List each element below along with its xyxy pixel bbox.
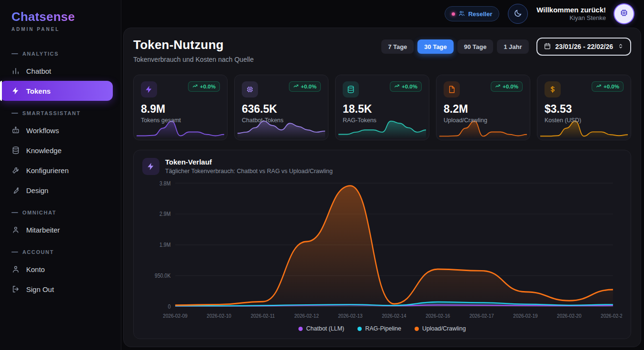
trend-value: +0.0% [503, 84, 518, 89]
svg-text:2026-02-17: 2026-02-17 [469, 312, 494, 319]
sidebar-item-label: Knowledge [26, 146, 61, 155]
date-range-value: 23/01/26 - 22/02/26 [555, 43, 613, 50]
svg-text:2026-02-21: 2026-02-21 [601, 312, 622, 319]
svg-text:2.9M: 2.9M [159, 211, 170, 217]
moon-icon [514, 9, 522, 19]
trend-up-icon [596, 83, 602, 90]
sidebar-item-signout[interactable]: Sign Out [0, 279, 121, 299]
section-label: ACCOUNT [22, 249, 54, 255]
svg-text:2026-02-13: 2026-02-13 [338, 312, 362, 319]
sidebar-item-label: Workflows [26, 126, 59, 135]
chart-title-block: Token-Verlauf Täglicher Tokenverbrauch: … [165, 158, 333, 175]
trend-up-icon [192, 83, 198, 90]
section-header-smartassistant: SMARTASSISTANT [0, 101, 121, 120]
reseller-badge[interactable]: Reseller [445, 6, 500, 21]
page-subtitle: Tokenverbrauch und Kosten nach Quelle [133, 56, 254, 63]
reseller-label: Reseller [468, 10, 493, 18]
sidebar-item-label: Tokens [26, 87, 50, 95]
trend-value: +0.0% [402, 84, 417, 89]
trend-badge: +0.0% [188, 81, 220, 92]
wrench-icon [11, 166, 20, 175]
bar-chart-icon [11, 67, 20, 75]
stat-card-upload-crawling: +0.0% 8.2M Upload/Crawling [436, 75, 530, 140]
brand: Chatsense ADMIN PANEL [0, 0, 121, 39]
legend-item-chatbot-llm[interactable]: Chatbot (LLM) [298, 325, 344, 332]
legend-label: Upload/Crawling [422, 325, 466, 332]
sidebar-item-label: Konfigurieren [26, 166, 69, 175]
stat-value: 8.9M [141, 103, 220, 116]
legend-dot [357, 327, 362, 331]
range-button-1-jahr[interactable]: 1 Jahr [497, 39, 528, 54]
svg-text:2026-02-11: 2026-02-11 [251, 312, 275, 319]
brand-name: Chatsense [11, 10, 109, 24]
section-dash [11, 113, 18, 114]
sidebar-item-knowledge[interactable]: Knowledge [0, 140, 121, 160]
trend-badge: +0.0% [491, 81, 523, 92]
svg-text:0: 0 [168, 303, 171, 310]
avatar[interactable] [614, 4, 634, 23]
legend-dot [415, 327, 419, 331]
welcome-block: Willkommen zurück! Kiyan Stenke [536, 5, 606, 22]
stat-label: Chatbot-Tokens [242, 117, 321, 124]
chart-subtitle: Täglicher Tokenverbrauch: Chatbot vs RAG… [165, 168, 333, 175]
trend-value: +0.0% [301, 84, 317, 89]
legend-item-rag-pipeline[interactable]: RAG-Pipeline [357, 325, 401, 332]
stat-label: Kosten (USD) [545, 117, 624, 124]
section-label: ANALYTICS [22, 51, 59, 57]
stat-card-tokens-gesamt: +0.0% 8.9M Tokens gesamt [133, 75, 228, 140]
chip-icon [619, 8, 629, 19]
welcome-user-name: Kiyan Stenke [536, 14, 606, 22]
trend-value: +0.0% [604, 84, 619, 89]
trend-badge: +0.0% [289, 81, 321, 92]
trend-up-icon [293, 83, 299, 90]
sidebar-item-chatbot[interactable]: Chatbot [0, 61, 121, 81]
legend-item-upload-crawling[interactable]: Upload/Crawling [415, 325, 466, 332]
sidebar-item-konto[interactable]: Konto [0, 259, 121, 279]
svg-text:2026-02-09: 2026-02-09 [163, 312, 187, 319]
sidebar-item-mitarbeiter[interactable]: Mitarbeiter [0, 220, 121, 240]
chart-legend: Chatbot (LLM) RAG-Pipeline Upload/Crawli… [142, 322, 622, 334]
page-header: Token-Nutzung Tokenverbrauch und Kosten … [133, 38, 631, 63]
bolt-icon [141, 81, 157, 97]
people-icon [458, 10, 465, 18]
stat-value: $3.53 [545, 103, 624, 116]
trend-value: +0.0% [200, 84, 216, 89]
bot-icon [11, 126, 20, 135]
sidebar-item-tokens[interactable]: Tokens [0, 81, 113, 101]
stat-card-kosten: +0.0% $3.53 Kosten (USD) [537, 75, 631, 140]
section-header-analytics: ANALYTICS [0, 41, 121, 61]
date-range-picker[interactable]: 23/01/26 - 22/02/26 [536, 38, 631, 56]
svg-text:2026-02-20: 2026-02-20 [557, 312, 581, 319]
main-area: Reseller Willkommen zurück! Kiyan Stenke… [121, 0, 644, 350]
stat-card-chatbot-tokens: +0.0% 636.5K Chatbot-Tokens [234, 75, 328, 140]
pen-icon [11, 186, 20, 194]
sidebar-item-workflows[interactable]: Workflows [0, 120, 121, 140]
svg-text:3.8M: 3.8M [159, 180, 170, 186]
page-title: Token-Nutzung [133, 38, 254, 52]
sidebar-item-label: Konto [26, 265, 45, 273]
brand-subtitle: ADMIN PANEL [11, 27, 109, 32]
chart-title: Token-Verlauf [165, 158, 333, 166]
svg-text:2026-02-10: 2026-02-10 [207, 312, 231, 319]
theme-toggle-button[interactable] [508, 4, 528, 24]
range-button-90-tage[interactable]: 90 Tage [457, 39, 493, 54]
bolt-icon [142, 158, 159, 175]
sidebar-item-design[interactable]: Design [0, 180, 121, 200]
topbar: Reseller Willkommen zurück! Kiyan Stenke [121, 0, 644, 28]
range-button-7-tage[interactable]: 7 Tage [381, 39, 414, 54]
token-usage-chart: 0950.0K1.9M2.9M3.8M2026-02-092026-02-102… [142, 178, 622, 322]
bolt-icon [11, 87, 20, 95]
stat-value: 636.5K [242, 103, 321, 116]
svg-text:2026-02-16: 2026-02-16 [426, 312, 450, 319]
sidebar-item-label: Mitarbeiter [26, 226, 60, 234]
page-title-block: Token-Nutzung Tokenverbrauch und Kosten … [133, 38, 254, 63]
sidebar-item-label: Sign Out [26, 285, 54, 293]
content-panel: Token-Nutzung Tokenverbrauch und Kosten … [123, 28, 641, 347]
calendar-icon [544, 42, 551, 51]
svg-text:1.9M: 1.9M [159, 242, 170, 248]
range-button-30-tage[interactable]: 30 Tage [417, 39, 453, 54]
trend-badge: +0.0% [592, 81, 624, 92]
chip-icon [242, 81, 258, 97]
stat-label: RAG-Tokens [343, 117, 422, 124]
sidebar-item-konfigurieren[interactable]: Konfigurieren [0, 160, 121, 180]
